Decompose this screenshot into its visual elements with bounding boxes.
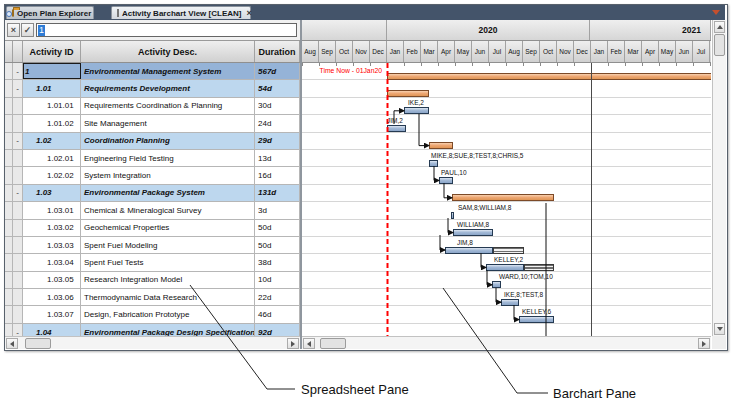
- cell-activity-desc[interactable]: System Integration: [81, 167, 255, 183]
- bar-resource-label: IKE,2: [408, 99, 424, 106]
- scroll-left-button[interactable]: [303, 338, 315, 349]
- cell-activity-id[interactable]: 1.03.01: [23, 202, 81, 218]
- cell-activity-desc[interactable]: Design, Fabrication Prototype: [81, 306, 255, 322]
- close-icon[interactable]: ×: [246, 9, 251, 17]
- cell-duration[interactable]: 50d: [255, 237, 300, 253]
- cell-duration[interactable]: 3d: [255, 202, 300, 218]
- tab-barchart-view[interactable]: Activity Barchart View [CLEAN]×: [111, 6, 251, 19]
- cell-activity-id[interactable]: 1.04: [23, 324, 81, 336]
- bar-resource-label: JIM,8: [457, 239, 473, 246]
- scroll-right-button[interactable]: [698, 338, 710, 349]
- table-row: -1.01Requirements Development54d: [5, 80, 300, 97]
- cell-edit-input[interactable]: 1: [36, 23, 297, 37]
- table-row: -1.02Coordination Planning29d: [5, 133, 300, 150]
- cell-activity-id[interactable]: 1.03: [23, 185, 81, 201]
- bar-resource-label: KELLEY,2: [494, 256, 523, 263]
- cell-activity-id[interactable]: 1.03.02: [23, 220, 81, 236]
- cell-duration[interactable]: 46d: [255, 306, 300, 322]
- cell-activity-desc[interactable]: Site Management: [81, 115, 255, 131]
- cell-duration[interactable]: 131d: [255, 185, 300, 201]
- table-row: -1.03Environmental Package System131d: [5, 185, 300, 202]
- cell-activity-desc[interactable]: Spent Fuel Tests: [81, 254, 255, 270]
- accept-edit-button[interactable]: ✓: [21, 23, 34, 37]
- cell-duration[interactable]: 29d: [255, 133, 300, 149]
- barchart-vscrollbar[interactable]: [712, 20, 726, 336]
- cell-activity-id[interactable]: 1.03.04: [23, 254, 81, 270]
- cell-activity-desc[interactable]: Geochemical Properties: [81, 220, 255, 236]
- collapse-toggle[interactable]: -: [13, 133, 23, 149]
- scroll-right-button[interactable]: [287, 338, 299, 349]
- relationship-link: [496, 288, 501, 302]
- barchart-hscrollbar[interactable]: [302, 336, 711, 349]
- cell-duration[interactable]: 22d: [255, 289, 300, 305]
- cell-activity-desc[interactable]: Environmental Package System: [81, 185, 255, 201]
- cell-activity-id[interactable]: 1.02.02: [23, 167, 81, 183]
- cell-activity-desc[interactable]: Requirements Development: [81, 80, 255, 96]
- table-row: 1.01.01Requirements Coordination & Plann…: [5, 98, 300, 115]
- cell-activity-id[interactable]: 1.01.01: [23, 98, 81, 114]
- scroll-thumb[interactable]: [25, 338, 51, 349]
- cell-activity-desc[interactable]: Environmental Package Design Specificati…: [81, 324, 255, 336]
- cell-activity-desc[interactable]: Coordination Planning: [81, 133, 255, 149]
- cell-duration[interactable]: 50d: [255, 220, 300, 236]
- tab-overflow-arrow-icon[interactable]: [712, 10, 720, 15]
- cell-duration[interactable]: 54d: [255, 80, 300, 96]
- collapse-toggle[interactable]: -: [13, 185, 23, 201]
- cell-activity-desc[interactable]: Spent Fuel Modeling: [81, 237, 255, 253]
- scroll-thumb[interactable]: [320, 338, 346, 349]
- relationship-link: [514, 305, 519, 320]
- cell-duration[interactable]: 24d: [255, 115, 300, 131]
- cell-activity-id[interactable]: 1.02: [23, 133, 81, 149]
- scroll-thumb[interactable]: [714, 34, 725, 56]
- collapse-toggle[interactable]: -: [13, 63, 23, 79]
- cell-activity-id[interactable]: 1.02.01: [23, 150, 81, 166]
- scroll-down-button[interactable]: [714, 323, 725, 335]
- arrow-up-icon: [717, 25, 723, 29]
- tab-explorer[interactable]: Open Plan Explorer: [6, 6, 94, 19]
- scroll-left-button[interactable]: [6, 338, 18, 349]
- cell-duration[interactable]: 30d: [255, 98, 300, 114]
- cell-duration[interactable]: 10d: [255, 272, 300, 288]
- scroll-up-button[interactable]: [714, 21, 725, 33]
- month-cell: Nov: [557, 41, 574, 62]
- cell-activity-id[interactable]: 1.01: [23, 80, 81, 96]
- cell-activity-desc[interactable]: Chemical & Mineralogical Survey: [81, 202, 255, 218]
- cell-duration[interactable]: 13d: [255, 150, 300, 166]
- row-gutter: [5, 254, 13, 270]
- cell-activity-desc[interactable]: Engineering Field Testing: [81, 150, 255, 166]
- row-gutter: [13, 150, 23, 166]
- table-row: 1.03.07Design, Fabrication Prototype46d: [5, 306, 300, 323]
- row-gutter: [5, 202, 13, 218]
- row-gutter: [5, 272, 13, 288]
- cell-activity-id[interactable]: 1.03.06: [23, 289, 81, 305]
- cancel-edit-button[interactable]: ×: [7, 23, 20, 37]
- cell-duration[interactable]: 38d: [255, 254, 300, 270]
- arrow-down-icon: [717, 327, 723, 331]
- barchart-body: Time Now - 01Jan20 IKE,2JIM,2MIKE,8;SUE,…: [302, 63, 711, 336]
- cell-duration[interactable]: 567d: [255, 63, 300, 79]
- relationship-link: [434, 166, 439, 180]
- cell-activity-id[interactable]: 1.03.07: [23, 306, 81, 322]
- row-gutter: [13, 289, 23, 305]
- row-gutter: [13, 272, 23, 288]
- cell-activity-id[interactable]: 1.03.03: [23, 237, 81, 253]
- collapse-toggle[interactable]: -: [13, 80, 23, 96]
- cell-activity-desc[interactable]: Requirements Coordination & Planning: [81, 98, 255, 114]
- cell-activity-desc[interactable]: Thermodynamic Data Research: [81, 289, 255, 305]
- collapse-toggle[interactable]: -: [13, 324, 23, 336]
- cell-activity-id[interactable]: 1.01.02: [23, 115, 81, 131]
- month-cell: Aug: [506, 41, 523, 62]
- cell-activity-id[interactable]: 1.03.05: [23, 272, 81, 288]
- cell-duration[interactable]: 92d: [255, 324, 300, 336]
- month-cell: Sep: [319, 41, 336, 62]
- cell-duration[interactable]: 16d: [255, 167, 300, 183]
- row-gutter: [13, 98, 23, 114]
- row-gutter: [13, 202, 23, 218]
- row-gutter: [5, 150, 13, 166]
- row-gutter: [13, 167, 23, 183]
- row-gutter: [13, 115, 23, 131]
- cell-activity-id[interactable]: 1: [23, 63, 81, 79]
- cell-activity-desc[interactable]: Research Integration Model: [81, 272, 255, 288]
- cell-activity-desc[interactable]: Environmental Management System: [81, 63, 255, 79]
- spreadsheet-hscrollbar[interactable]: [5, 336, 300, 349]
